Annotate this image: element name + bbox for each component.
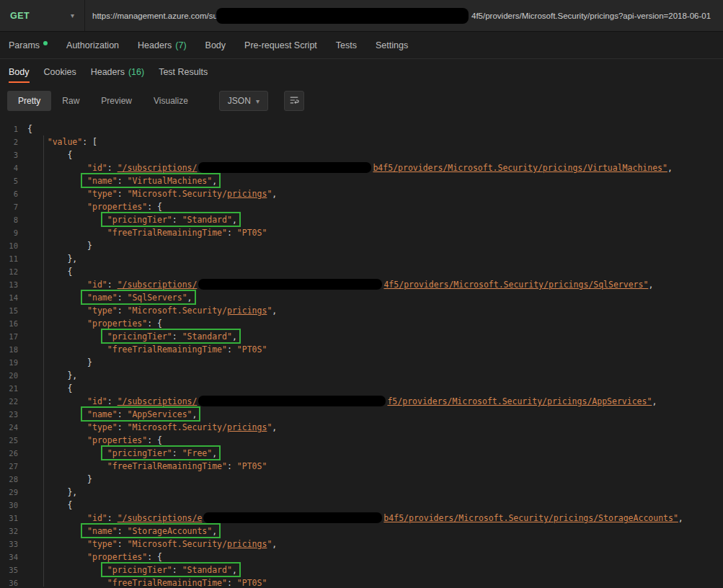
line-number: 28 — [0, 473, 27, 486]
code-text: "type": "Microsoft.Security/pricings", — [27, 187, 277, 200]
line-number: 19 — [0, 356, 27, 369]
line-number: 14 — [0, 291, 27, 304]
json-link[interactable]: pricings — [227, 422, 267, 432]
json-punct: , — [272, 539, 277, 549]
json-key: "properties" — [87, 318, 147, 329]
tab-params[interactable]: Params — [9, 40, 48, 50]
redaction-bar — [198, 279, 382, 290]
tab-label: Test Results — [159, 67, 208, 77]
code-line: 5 "name": "VirtualMachines", — [0, 174, 723, 187]
json-link[interactable]: "/subscriptions/ — [117, 396, 198, 406]
json-string: "SqlServers" — [128, 293, 187, 303]
format-dropdown[interactable]: JSON ▾ — [219, 91, 268, 111]
view-tab-preview[interactable]: Preview — [90, 91, 143, 111]
view-tab-pretty[interactable]: Pretty — [7, 91, 51, 111]
json-punct: : — [117, 526, 128, 536]
tab-headers[interactable]: Headers (7) — [138, 40, 187, 50]
tab-label: Headers — [91, 67, 125, 77]
json-punct: }, — [67, 487, 77, 497]
json-key: "value" — [48, 137, 82, 147]
json-link[interactable]: b4f5/providers/Microsoft.Security/pricin… — [383, 513, 678, 523]
json-key: "freeTrialRemainingTime" — [107, 578, 227, 587]
wrap-text-icon — [289, 95, 299, 107]
code-line: 18 "freeTrialRemainingTime": "PT0S" — [0, 343, 723, 356]
line-number: 1 — [0, 122, 27, 135]
json-punct: } — [87, 474, 92, 484]
resp-tab-headers[interactable]: Headers (16) — [91, 59, 144, 85]
line-number: 8 — [0, 213, 27, 226]
wrap-text-button[interactable] — [284, 91, 304, 111]
json-punct: , — [678, 513, 683, 523]
code-text: "pricingTier": "Standard", — [27, 330, 237, 343]
redaction-bar — [203, 512, 382, 523]
annotation-box: "name": "StorageAccounts", — [87, 526, 217, 536]
json-punct: { — [67, 150, 72, 160]
tab-label: Body — [9, 67, 30, 77]
response-headers-count: (16) — [128, 67, 144, 77]
tab-settings[interactable]: Settings — [376, 40, 408, 50]
json-string: "PT0S" — [237, 461, 267, 471]
resp-tab-body[interactable]: Body — [9, 59, 30, 85]
tab-pre-request-script[interactable]: Pre-request Script — [244, 40, 317, 50]
json-punct: : — [172, 448, 182, 458]
line-number: 16 — [0, 317, 27, 330]
json-punct: , — [272, 422, 277, 432]
tab-body[interactable]: Body — [205, 40, 226, 50]
code-editor[interactable]: 1{2 "value": [3 {4 "id": "/subscriptions… — [0, 117, 723, 587]
line-number: 12 — [0, 265, 27, 278]
line-number: 20 — [0, 369, 27, 382]
json-link[interactable]: pricings — [227, 306, 267, 316]
response-view-controls: Pretty Raw Preview Visualize JSON ▾ — [0, 85, 723, 117]
json-punct: : { — [147, 435, 162, 445]
json-punct: : { — [147, 552, 162, 562]
tab-authorization[interactable]: Authorization — [66, 40, 119, 50]
view-tab-raw[interactable]: Raw — [51, 91, 90, 111]
line-number: 31 — [0, 512, 27, 525]
json-link[interactable]: "/subscriptions/e — [117, 513, 203, 523]
json-key: "type" — [87, 189, 117, 199]
view-tab-visualize[interactable]: Visualize — [143, 91, 199, 111]
resp-tab-test-results[interactable]: Test Results — [159, 59, 208, 85]
json-key: "id" — [87, 396, 107, 406]
annotation-box: "name": "SqlServers", — [87, 293, 192, 303]
json-link[interactable]: pricings — [227, 539, 267, 549]
json-link[interactable]: "/subscriptions/ — [117, 163, 198, 173]
json-key: "properties" — [87, 202, 147, 212]
line-number: 11 — [0, 252, 27, 265]
line-number: 13 — [0, 278, 27, 291]
json-punct: } — [87, 241, 92, 251]
json-link[interactable]: b4f5/providers/Microsoft.Security/pricin… — [373, 163, 667, 173]
json-punct: : { — [147, 202, 162, 212]
json-punct: : { — [147, 318, 162, 329]
json-punct: : — [107, 396, 117, 406]
json-string: "Standard" — [182, 565, 232, 575]
json-string: "StorageAccounts" — [128, 526, 213, 536]
code-text: "value": [ — [27, 135, 97, 148]
code-line: 4 "id": "/subscriptions/b4f5/providers/M… — [0, 161, 723, 174]
json-link[interactable]: 4f5/providers/Microsoft.Security/pricing… — [383, 280, 648, 290]
json-link[interactable]: f5/providers/Microsoft.Security/pricings… — [387, 396, 652, 406]
code-line: 22 "id": "/subscriptions/f5/providers/Mi… — [0, 395, 723, 408]
json-punct: : — [117, 306, 128, 316]
tab-tests[interactable]: Tests — [336, 40, 357, 50]
json-punct: : [ — [82, 137, 97, 147]
line-number: 32 — [0, 525, 27, 538]
method-dropdown[interactable]: GET ▾ — [0, 0, 85, 31]
resp-tab-cookies[interactable]: Cookies — [44, 59, 76, 85]
code-line: 24 "type": "Microsoft.Security/pricings"… — [0, 421, 723, 434]
code-text: { — [27, 382, 72, 395]
json-key: "name" — [87, 176, 117, 186]
url-input[interactable]: https://management.azure.com/subscriptio… — [85, 0, 723, 31]
code-text: } — [27, 239, 92, 252]
json-string: "Microsoft.Security/ — [128, 422, 227, 432]
tab-label: Authorization — [66, 40, 119, 50]
line-number: 23 — [0, 408, 27, 421]
json-key: "name" — [87, 526, 117, 536]
json-link[interactable]: pricings — [227, 189, 267, 199]
code-line: 35 "pricingTier": "Standard", — [0, 564, 723, 576]
json-key: "properties" — [87, 435, 147, 445]
json-string: "PT0S" — [237, 228, 267, 238]
json-link[interactable]: "/subscriptions/ — [117, 280, 198, 290]
url-suffix: 4f5/providers/Microsoft.Security/pricing… — [471, 12, 711, 20]
code-line: 31 "id": "/subscriptions/eb4f5/providers… — [0, 512, 723, 525]
